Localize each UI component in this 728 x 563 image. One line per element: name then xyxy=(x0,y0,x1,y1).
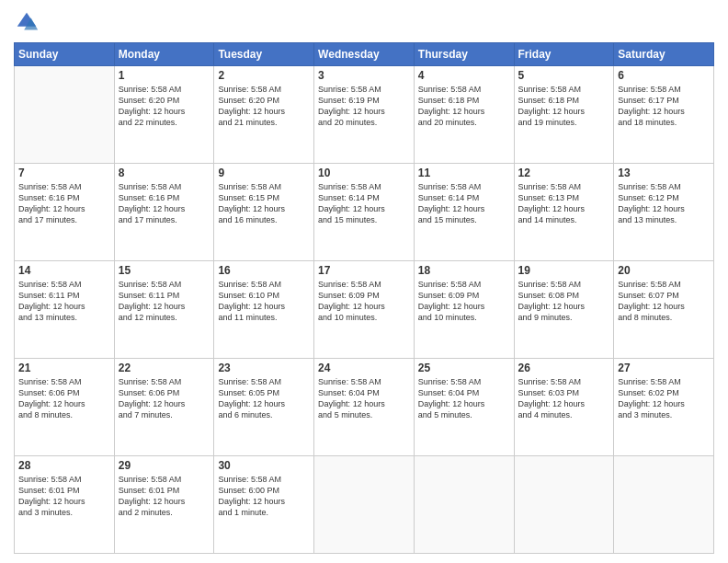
day-info: Sunrise: 5:58 AM Sunset: 6:16 PM Dayligh… xyxy=(119,181,210,226)
day-number: 17 xyxy=(318,264,410,277)
day-info: Sunrise: 5:58 AM Sunset: 6:09 PM Dayligh… xyxy=(318,279,410,324)
day-number: 26 xyxy=(518,362,610,374)
day-info: Sunrise: 5:58 AM Sunset: 6:17 PM Dayligh… xyxy=(618,84,710,129)
day-info: Sunrise: 5:58 AM Sunset: 6:00 PM Dayligh… xyxy=(218,474,310,519)
day-info: Sunrise: 5:58 AM Sunset: 6:09 PM Dayligh… xyxy=(418,279,510,324)
day-info: Sunrise: 5:58 AM Sunset: 6:07 PM Dayligh… xyxy=(618,279,710,324)
day-number: 28 xyxy=(18,459,110,472)
day-number: 7 xyxy=(18,167,110,179)
logo xyxy=(14,9,43,35)
calendar-cell: 9Sunrise: 5:58 AM Sunset: 6:15 PM Daylig… xyxy=(214,164,314,261)
page: SundayMondayTuesdayWednesdayThursdayFrid… xyxy=(0,0,728,563)
day-number: 22 xyxy=(119,362,210,374)
day-info: Sunrise: 5:58 AM Sunset: 6:01 PM Dayligh… xyxy=(119,474,210,519)
calendar-cell: 15Sunrise: 5:58 AM Sunset: 6:11 PM Dayli… xyxy=(114,261,214,359)
calendar-cell: 14Sunrise: 5:58 AM Sunset: 6:11 PM Dayli… xyxy=(15,261,115,359)
day-number: 13 xyxy=(618,167,710,179)
day-info: Sunrise: 5:58 AM Sunset: 6:01 PM Dayligh… xyxy=(18,474,110,519)
logo-icon xyxy=(14,9,40,35)
calendar-cell: 13Sunrise: 5:58 AM Sunset: 6:12 PM Dayli… xyxy=(614,164,714,261)
calendar-cell xyxy=(314,456,415,554)
day-header-thursday: Thursday xyxy=(414,43,514,66)
day-info: Sunrise: 5:58 AM Sunset: 6:15 PM Dayligh… xyxy=(218,181,310,226)
calendar-header-row: SundayMondayTuesdayWednesdayThursdayFrid… xyxy=(15,43,714,66)
day-number: 18 xyxy=(418,264,510,277)
calendar-cell: 3Sunrise: 5:58 AM Sunset: 6:19 PM Daylig… xyxy=(314,66,415,164)
day-number: 12 xyxy=(518,167,610,179)
day-number: 8 xyxy=(119,167,210,179)
day-info: Sunrise: 5:58 AM Sunset: 6:20 PM Dayligh… xyxy=(119,84,210,129)
calendar-cell: 22Sunrise: 5:58 AM Sunset: 6:06 PM Dayli… xyxy=(114,359,214,456)
day-info: Sunrise: 5:58 AM Sunset: 6:04 PM Dayligh… xyxy=(318,376,410,421)
calendar-cell: 16Sunrise: 5:58 AM Sunset: 6:10 PM Dayli… xyxy=(214,261,314,359)
day-info: Sunrise: 5:58 AM Sunset: 6:19 PM Dayligh… xyxy=(318,84,410,129)
day-number: 19 xyxy=(518,264,610,277)
calendar-cell: 5Sunrise: 5:58 AM Sunset: 6:18 PM Daylig… xyxy=(514,66,614,164)
calendar-cell xyxy=(614,456,714,554)
day-info: Sunrise: 5:58 AM Sunset: 6:05 PM Dayligh… xyxy=(218,376,310,421)
calendar-cell: 11Sunrise: 5:58 AM Sunset: 6:14 PM Dayli… xyxy=(414,164,514,261)
week-row-4: 21Sunrise: 5:58 AM Sunset: 6:06 PM Dayli… xyxy=(15,359,714,456)
day-header-monday: Monday xyxy=(114,43,214,66)
day-number: 6 xyxy=(618,69,710,82)
calendar-cell: 18Sunrise: 5:58 AM Sunset: 6:09 PM Dayli… xyxy=(414,261,514,359)
day-info: Sunrise: 5:58 AM Sunset: 6:12 PM Dayligh… xyxy=(618,181,710,226)
calendar-cell: 25Sunrise: 5:58 AM Sunset: 6:04 PM Dayli… xyxy=(414,359,514,456)
day-info: Sunrise: 5:58 AM Sunset: 6:11 PM Dayligh… xyxy=(119,279,210,324)
day-number: 29 xyxy=(119,459,210,472)
calendar-cell: 19Sunrise: 5:58 AM Sunset: 6:08 PM Dayli… xyxy=(514,261,614,359)
calendar-cell: 17Sunrise: 5:58 AM Sunset: 6:09 PM Dayli… xyxy=(314,261,415,359)
calendar-cell: 4Sunrise: 5:58 AM Sunset: 6:18 PM Daylig… xyxy=(414,66,514,164)
day-number: 30 xyxy=(218,459,310,472)
day-info: Sunrise: 5:58 AM Sunset: 6:18 PM Dayligh… xyxy=(418,84,510,129)
day-number: 3 xyxy=(318,69,410,82)
day-info: Sunrise: 5:58 AM Sunset: 6:18 PM Dayligh… xyxy=(518,84,610,129)
day-number: 21 xyxy=(18,362,110,374)
day-number: 14 xyxy=(18,264,110,277)
day-number: 24 xyxy=(318,362,410,374)
day-number: 9 xyxy=(218,167,310,179)
day-info: Sunrise: 5:58 AM Sunset: 6:04 PM Dayligh… xyxy=(418,376,510,421)
day-header-saturday: Saturday xyxy=(614,43,714,66)
calendar-cell: 7Sunrise: 5:58 AM Sunset: 6:16 PM Daylig… xyxy=(15,164,115,261)
week-row-1: 1Sunrise: 5:58 AM Sunset: 6:20 PM Daylig… xyxy=(15,66,714,164)
day-info: Sunrise: 5:58 AM Sunset: 6:10 PM Dayligh… xyxy=(218,279,310,324)
calendar-cell: 8Sunrise: 5:58 AM Sunset: 6:16 PM Daylig… xyxy=(114,164,214,261)
day-number: 1 xyxy=(119,69,210,82)
week-row-3: 14Sunrise: 5:58 AM Sunset: 6:11 PM Dayli… xyxy=(15,261,714,359)
day-header-wednesday: Wednesday xyxy=(314,43,415,66)
calendar-cell: 21Sunrise: 5:58 AM Sunset: 6:06 PM Dayli… xyxy=(15,359,115,456)
calendar-cell xyxy=(514,456,614,554)
day-info: Sunrise: 5:58 AM Sunset: 6:03 PM Dayligh… xyxy=(518,376,610,421)
calendar-cell: 29Sunrise: 5:58 AM Sunset: 6:01 PM Dayli… xyxy=(114,456,214,554)
day-info: Sunrise: 5:58 AM Sunset: 6:06 PM Dayligh… xyxy=(119,376,210,421)
day-info: Sunrise: 5:58 AM Sunset: 6:06 PM Dayligh… xyxy=(18,376,110,421)
day-header-sunday: Sunday xyxy=(15,43,115,66)
calendar-cell: 10Sunrise: 5:58 AM Sunset: 6:14 PM Dayli… xyxy=(314,164,415,261)
calendar-cell: 28Sunrise: 5:58 AM Sunset: 6:01 PM Dayli… xyxy=(15,456,115,554)
calendar-cell xyxy=(15,66,115,164)
calendar-cell: 12Sunrise: 5:58 AM Sunset: 6:13 PM Dayli… xyxy=(514,164,614,261)
day-info: Sunrise: 5:58 AM Sunset: 6:02 PM Dayligh… xyxy=(618,376,710,421)
calendar-cell: 1Sunrise: 5:58 AM Sunset: 6:20 PM Daylig… xyxy=(114,66,214,164)
day-number: 20 xyxy=(618,264,710,277)
day-info: Sunrise: 5:58 AM Sunset: 6:14 PM Dayligh… xyxy=(318,181,410,226)
calendar-cell: 6Sunrise: 5:58 AM Sunset: 6:17 PM Daylig… xyxy=(614,66,714,164)
calendar-cell: 20Sunrise: 5:58 AM Sunset: 6:07 PM Dayli… xyxy=(614,261,714,359)
calendar-cell xyxy=(414,456,514,554)
calendar: SundayMondayTuesdayWednesdayThursdayFrid… xyxy=(14,42,714,554)
day-number: 5 xyxy=(518,69,610,82)
day-info: Sunrise: 5:58 AM Sunset: 6:14 PM Dayligh… xyxy=(418,181,510,226)
calendar-cell: 24Sunrise: 5:58 AM Sunset: 6:04 PM Dayli… xyxy=(314,359,415,456)
day-number: 27 xyxy=(618,362,710,374)
calendar-cell: 2Sunrise: 5:58 AM Sunset: 6:20 PM Daylig… xyxy=(214,66,314,164)
day-info: Sunrise: 5:58 AM Sunset: 6:20 PM Dayligh… xyxy=(218,84,310,129)
day-number: 25 xyxy=(418,362,510,374)
week-row-2: 7Sunrise: 5:58 AM Sunset: 6:16 PM Daylig… xyxy=(15,164,714,261)
day-number: 4 xyxy=(418,69,510,82)
day-number: 10 xyxy=(318,167,410,179)
day-info: Sunrise: 5:58 AM Sunset: 6:16 PM Dayligh… xyxy=(18,181,110,226)
day-number: 15 xyxy=(119,264,210,277)
day-header-tuesday: Tuesday xyxy=(214,43,314,66)
calendar-cell: 27Sunrise: 5:58 AM Sunset: 6:02 PM Dayli… xyxy=(614,359,714,456)
